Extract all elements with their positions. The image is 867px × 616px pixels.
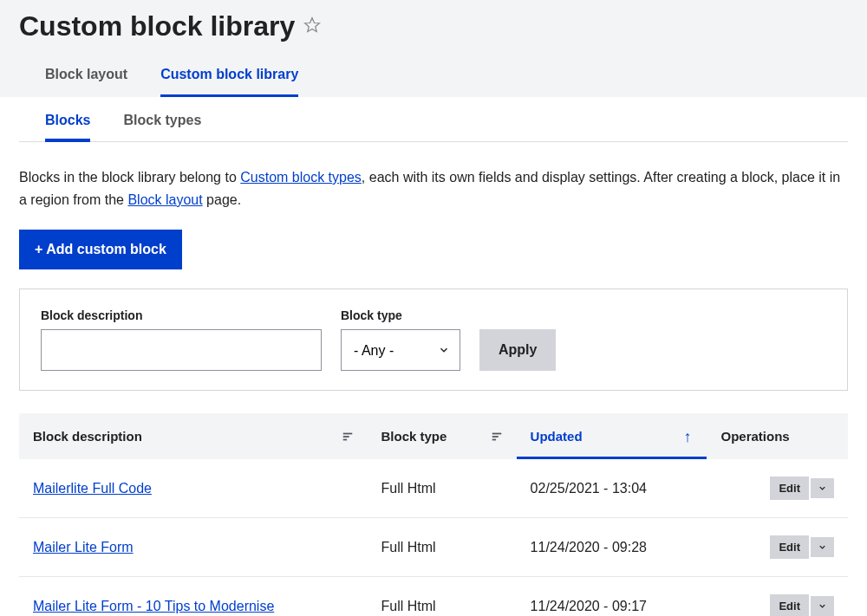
block-updated-cell: 11/24/2020 - 09:17: [517, 577, 707, 616]
svg-rect-1: [342, 432, 352, 434]
block-link[interactable]: Mailer Lite Form: [33, 540, 134, 554]
tab-blocks[interactable]: Blocks: [45, 97, 90, 142]
svg-rect-2: [342, 436, 349, 438]
operations-dropdown-button[interactable]: [811, 478, 834, 498]
page-description: Blocks in the block library belong to Cu…: [19, 166, 848, 211]
svg-rect-5: [492, 436, 498, 438]
tab-custom-block-library[interactable]: Custom block library: [160, 58, 298, 97]
secondary-tabs: Blocks Block types: [19, 97, 848, 142]
edit-button[interactable]: Edit: [770, 477, 809, 500]
table-row: Mailerlite Full Code Full Html 02/25/202…: [19, 459, 848, 518]
svg-rect-3: [342, 438, 346, 440]
column-header-updated[interactable]: Updated ↑: [517, 413, 707, 459]
block-type-cell: Full Html: [368, 577, 517, 616]
edit-button[interactable]: Edit: [770, 535, 809, 559]
column-header-operations: Operations: [707, 413, 848, 459]
add-custom-block-button[interactable]: + Add custom block: [19, 230, 182, 269]
blocks-table: Block description Block type Updated ↑: [19, 413, 848, 616]
operations-dropdown-button[interactable]: [811, 596, 834, 616]
svg-rect-6: [492, 438, 495, 440]
block-link[interactable]: Mailer Lite Form - 10 Tips to Modernise: [33, 599, 274, 613]
block-type-cell: Full Html: [368, 518, 517, 577]
tab-block-layout[interactable]: Block layout: [45, 58, 127, 97]
apply-filter-button[interactable]: Apply: [479, 329, 556, 371]
chevron-down-icon: [818, 542, 827, 552]
filter-panel: Block description Block type - Any - App…: [19, 289, 848, 391]
link-block-layout[interactable]: Block layout: [127, 192, 202, 207]
block-type-filter-select[interactable]: - Any -: [341, 329, 460, 371]
column-header-type[interactable]: Block type: [368, 413, 517, 459]
chevron-down-icon: [818, 483, 827, 493]
svg-marker-0: [305, 17, 320, 31]
primary-tabs: Block layout Custom block library: [19, 58, 848, 97]
block-updated-cell: 11/24/2020 - 09:28: [517, 518, 707, 577]
block-updated-cell: 02/25/2021 - 13:04: [517, 459, 707, 518]
column-header-description[interactable]: Block description: [19, 413, 368, 459]
block-description-filter-label: Block description: [41, 308, 322, 322]
block-description-filter-input[interactable]: [41, 329, 322, 371]
table-row: Mailer Lite Form Full Html 11/24/2020 - …: [19, 518, 848, 577]
table-row: Mailer Lite Form - 10 Tips to Modernise …: [19, 577, 848, 616]
tab-block-types[interactable]: Block types: [123, 97, 201, 142]
link-custom-block-types[interactable]: Custom block types: [240, 170, 362, 185]
operations-dropdown-button[interactable]: [811, 537, 834, 557]
page-title: Custom block library: [19, 10, 295, 42]
block-type-filter-label: Block type: [341, 308, 460, 322]
block-link[interactable]: Mailerlite Full Code: [33, 481, 152, 496]
edit-button[interactable]: Edit: [770, 594, 809, 616]
block-type-cell: Full Html: [368, 459, 517, 518]
sort-ascending-icon: ↑: [683, 427, 691, 445]
favorite-star-icon[interactable]: [303, 16, 321, 37]
chevron-down-icon: [818, 601, 827, 611]
svg-rect-4: [492, 432, 501, 434]
